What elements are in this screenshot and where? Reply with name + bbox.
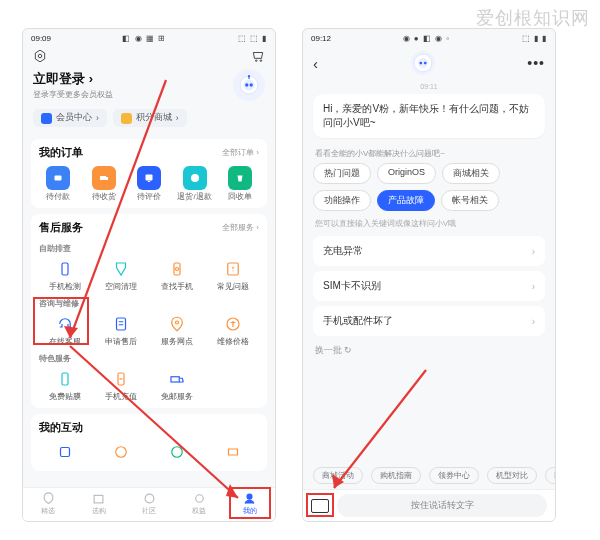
tab-compare[interactable]: 机型对比 bbox=[487, 467, 537, 484]
chevron-icon: › bbox=[532, 246, 535, 257]
selfcheck-title: 自助排查 bbox=[37, 239, 261, 256]
screenshot-left: 09:09 ◧ ◉ ▦ ⊞ ⬚ ⬚ ▮ 立即登录 › 登录享受更多会员权益 会员… bbox=[22, 28, 276, 522]
back-icon[interactable]: ‹ bbox=[313, 55, 318, 72]
svg-point-5 bbox=[244, 80, 255, 91]
svg-point-7 bbox=[250, 83, 253, 86]
phone-check[interactable]: 手机检测 bbox=[37, 258, 93, 292]
service-point[interactable]: 服务网点 bbox=[149, 313, 205, 347]
aftersale-title: 售后服务 bbox=[39, 220, 83, 235]
find-phone[interactable]: 查找手机 bbox=[149, 258, 205, 292]
nav-mine[interactable]: 我的 bbox=[225, 488, 275, 521]
space-clean[interactable]: 空间清理 bbox=[93, 258, 149, 292]
nav-benefits[interactable]: 权益 bbox=[174, 488, 224, 521]
interact-item[interactable] bbox=[205, 441, 261, 465]
nav-community[interactable]: 社区 bbox=[124, 488, 174, 521]
nav-featured[interactable]: 精选 bbox=[23, 488, 73, 521]
chip-function[interactable]: 功能操作 bbox=[313, 190, 371, 211]
faq-sim[interactable]: SIM卡不识别› bbox=[313, 271, 545, 301]
chip-mall[interactable]: 商城相关 bbox=[442, 163, 500, 184]
svg-point-25 bbox=[172, 447, 183, 458]
status-icons-left: ◧ ◉ ▦ ⊞ bbox=[122, 34, 166, 43]
swap-batch[interactable]: 换一批 ↻ bbox=[303, 341, 555, 361]
status-time: 09:12 bbox=[311, 34, 331, 43]
aftersale-more[interactable]: 全部服务 › bbox=[222, 222, 259, 233]
svg-marker-0 bbox=[35, 50, 44, 62]
svg-rect-23 bbox=[61, 448, 70, 457]
diamond-icon bbox=[41, 113, 52, 124]
svg-rect-22 bbox=[171, 377, 179, 382]
timestamp: 09:11 bbox=[303, 83, 555, 90]
order-pending-review[interactable]: 待评价 bbox=[128, 166, 170, 202]
svg-point-1 bbox=[38, 54, 42, 58]
tab-buy-guide[interactable]: 购机指南 bbox=[371, 467, 421, 484]
interact-item[interactable] bbox=[149, 441, 205, 465]
login-title: 立即登录 › bbox=[33, 70, 113, 88]
status-icons-right: ⬚ ▮ ▮ bbox=[522, 34, 547, 43]
faq-charging[interactable]: 充电异常› bbox=[313, 236, 545, 266]
login-section[interactable]: 立即登录 › 登录享受更多会员权益 bbox=[23, 67, 275, 103]
status-bar: 09:09 ◧ ◉ ▦ ⊞ ⬚ ⬚ ▮ bbox=[23, 29, 275, 47]
voice-input[interactable]: 按住说话转文字 bbox=[337, 494, 547, 517]
interact-card: 我的互动 bbox=[31, 414, 267, 471]
orders-title: 我的订单 bbox=[39, 145, 83, 160]
bottom-nav: 精选 选购 社区 权益 我的 bbox=[23, 487, 275, 521]
status-icons-right: ⬚ ⬚ ▮ bbox=[238, 34, 267, 43]
chip-account[interactable]: 帐号相关 bbox=[441, 190, 499, 211]
order-pending-pay[interactable]: 待付款 bbox=[37, 166, 79, 202]
svg-point-29 bbox=[247, 494, 252, 499]
tab-more[interactable]: 以 bbox=[545, 467, 555, 484]
chip-fault[interactable]: 产品故障 bbox=[377, 190, 435, 211]
interact-item[interactable] bbox=[93, 441, 149, 465]
order-pending-receive[interactable]: 待收货 bbox=[83, 166, 125, 202]
repair-price[interactable]: 维修价格 bbox=[205, 313, 261, 347]
consult-title: 咨询与维修 bbox=[37, 294, 261, 311]
screenshot-right: 09:12 ◉ ● ◧ ◉ ◦ ⬚ ▮ ▮ ‹ ••• 09:11 Hi，亲爱的… bbox=[302, 28, 556, 522]
apply-aftersale[interactable]: 申请售后 bbox=[93, 313, 149, 347]
order-refund[interactable]: 退货/退款 bbox=[174, 166, 216, 202]
topbar bbox=[23, 47, 275, 67]
login-subtitle: 登录享受更多会员权益 bbox=[33, 89, 113, 100]
faq[interactable]: 常见问题 bbox=[205, 258, 261, 292]
member-center-pill[interactable]: 会员中心 › bbox=[33, 109, 107, 127]
svg-rect-10 bbox=[100, 176, 106, 180]
status-bar: 09:12 ◉ ● ◧ ◉ ◦ ⬚ ▮ ▮ bbox=[303, 29, 555, 47]
svg-point-2 bbox=[255, 60, 257, 62]
phone-topup[interactable]: 手机充值 bbox=[93, 368, 149, 402]
svg-point-27 bbox=[145, 494, 154, 503]
tab-coupon[interactable]: 领券中心 bbox=[429, 467, 479, 484]
bottom-quick-tabs: 商城活动 购机指南 领券中心 机型对比 以 bbox=[303, 463, 555, 487]
interact-item[interactable] bbox=[37, 441, 93, 465]
free-film[interactable]: 免费贴膜 bbox=[37, 368, 93, 402]
faq-broken[interactable]: 手机或配件坏了› bbox=[313, 306, 545, 336]
svg-point-32 bbox=[419, 62, 422, 65]
points-mall-pill[interactable]: 积分商城 › bbox=[113, 109, 187, 127]
tab-mall-activity[interactable]: 商城活动 bbox=[313, 467, 363, 484]
svg-rect-26 bbox=[94, 495, 103, 503]
settings-icon[interactable] bbox=[33, 49, 47, 63]
svg-point-8 bbox=[248, 75, 250, 77]
cart-icon[interactable] bbox=[251, 49, 265, 63]
input-hint: 您可以直接输入关键词或像这样问小V哦 bbox=[303, 213, 555, 231]
chip-originos[interactable]: OriginOS bbox=[377, 163, 436, 184]
online-service[interactable]: 在线客服 bbox=[37, 313, 93, 347]
chip-hot[interactable]: 热门问题 bbox=[313, 163, 371, 184]
suggestion-title: 看看全能的小V都能解决什么问题吧~ bbox=[303, 142, 555, 161]
greeting-bubble: Hi，亲爱的V粉，新年快乐！有什么问题，不妨问问小V吧~ bbox=[313, 94, 545, 138]
avatar-robot[interactable] bbox=[233, 69, 265, 101]
more-icon[interactable]: ••• bbox=[527, 55, 545, 71]
avatar-robot[interactable] bbox=[411, 51, 435, 75]
chevron-icon: › bbox=[96, 113, 99, 123]
order-recycle[interactable]: 回收单 bbox=[219, 166, 261, 202]
aftersale-card: 售后服务 全部服务 › 自助排查 手机检测 空间清理 查找手机 常见问题 咨询与… bbox=[31, 214, 267, 408]
svg-point-33 bbox=[423, 62, 426, 65]
svg-rect-9 bbox=[55, 176, 62, 181]
orders-more[interactable]: 全部订单 › bbox=[222, 147, 259, 158]
nav-shop[interactable]: 选购 bbox=[73, 488, 123, 521]
svg-point-6 bbox=[245, 83, 248, 86]
topic-chips: 热门问题 OriginOS 商城相关 功能操作 产品故障 帐号相关 bbox=[303, 161, 555, 213]
promo-pills: 会员中心 › 积分商城 › bbox=[23, 103, 275, 133]
keyboard-icon[interactable] bbox=[311, 499, 329, 513]
status-icons-left: ◉ ● ◧ ◉ ◦ bbox=[403, 34, 451, 43]
free-shipping[interactable]: 免邮服务 bbox=[149, 368, 205, 402]
svg-point-24 bbox=[116, 447, 127, 458]
